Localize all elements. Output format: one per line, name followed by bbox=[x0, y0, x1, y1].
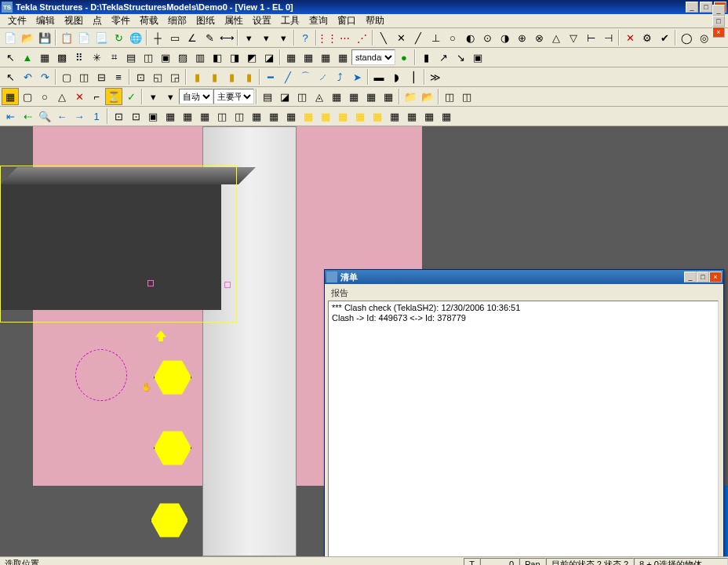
w3-icon[interactable]: ⎮ bbox=[405, 68, 422, 86]
sphere-icon[interactable]: ● bbox=[395, 49, 413, 66]
snap14-icon[interactable]: ⊣ bbox=[599, 29, 617, 46]
sel-q-icon[interactable]: ◧ bbox=[209, 49, 226, 66]
dialog-titlebar[interactable]: 清单 _ □ × bbox=[325, 270, 723, 284]
m4-icon[interactable]: ▣ bbox=[469, 49, 486, 66]
c11b-icon[interactable]: ▦ bbox=[282, 108, 300, 125]
grid4-icon[interactable]: ⋰ bbox=[353, 29, 370, 46]
menu-parts[interactable]: 零件 bbox=[107, 14, 135, 27]
m2-icon[interactable]: ↗ bbox=[435, 49, 452, 66]
sel-tri-icon[interactable]: ▲ bbox=[19, 49, 36, 66]
bar4-icon[interactable]: ⟋ bbox=[314, 68, 331, 86]
snap9-icon[interactable]: ⊕ bbox=[513, 29, 530, 46]
bar1-icon[interactable]: ━ bbox=[262, 68, 279, 86]
p1-icon[interactable]: ▤ bbox=[259, 88, 276, 105]
mdi-maximize-button[interactable]: □ bbox=[712, 16, 725, 27]
standard-select[interactable]: standard bbox=[351, 49, 395, 65]
nav1-icon[interactable]: ⇤ bbox=[2, 108, 19, 125]
snap2-icon[interactable]: ✕ bbox=[392, 29, 410, 46]
sel-n-icon[interactable]: ▣ bbox=[157, 49, 174, 66]
nav5-icon[interactable]: → bbox=[71, 108, 88, 125]
more1-icon[interactable]: ▾ bbox=[240, 29, 257, 46]
v1-icon[interactable]: ⊡ bbox=[132, 68, 149, 86]
nav6-icon[interactable]: 1 bbox=[88, 108, 105, 125]
angle-tool-icon[interactable]: ∠ bbox=[184, 29, 201, 46]
auto-select[interactable]: 自动 bbox=[179, 89, 213, 104]
redo-icon[interactable]: ↷ bbox=[36, 68, 53, 86]
sel-cross-icon[interactable]: ✳ bbox=[88, 49, 105, 66]
layer4-icon[interactable]: ▦ bbox=[334, 49, 351, 66]
box1-icon[interactable]: ▮ bbox=[188, 68, 206, 86]
win3-icon[interactable]: ⊟ bbox=[93, 68, 110, 86]
m3-icon[interactable]: ↘ bbox=[452, 49, 469, 66]
copy-icon[interactable]: 📋 bbox=[58, 29, 75, 46]
dialog-maximize-button[interactable]: □ bbox=[697, 272, 709, 282]
3d-viewport[interactable]: ✋ 清单 _ □ × 报告 *** Clash check (TeklaSH2)… bbox=[0, 126, 728, 556]
p4-icon[interactable]: ◬ bbox=[311, 88, 328, 105]
win4-icon[interactable]: ≡ bbox=[110, 68, 127, 86]
model-bolt[interactable] bbox=[154, 429, 191, 467]
c4b-icon[interactable]: ▦ bbox=[162, 108, 179, 125]
menu-setup[interactable]: 设置 bbox=[248, 14, 276, 27]
p6-icon[interactable]: ▦ bbox=[345, 88, 362, 105]
snap1-icon[interactable]: ╲ bbox=[375, 29, 392, 46]
snap5-icon[interactable]: ○ bbox=[444, 29, 461, 46]
sel-t-icon[interactable]: ◪ bbox=[260, 49, 278, 66]
c19b-icon[interactable]: ▦ bbox=[420, 108, 438, 125]
sel-p-icon[interactable]: ▥ bbox=[191, 49, 209, 66]
grid3-icon[interactable]: ⋯ bbox=[336, 29, 353, 46]
menu-window[interactable]: 窗口 bbox=[333, 14, 361, 27]
c14b-icon[interactable]: ▦ bbox=[334, 108, 351, 125]
p2-icon[interactable]: ◪ bbox=[276, 88, 293, 105]
more3-icon[interactable]: ▾ bbox=[275, 29, 292, 46]
help-icon[interactable]: ? bbox=[297, 29, 314, 46]
minimize-button[interactable]: _ bbox=[686, 2, 698, 13]
menu-tool[interactable]: 工具 bbox=[276, 14, 304, 27]
win1-icon[interactable]: ▢ bbox=[58, 68, 75, 86]
c16b-icon[interactable]: ▦ bbox=[369, 108, 386, 125]
mdi-close-button[interactable]: × bbox=[712, 27, 725, 38]
sel-grid-icon[interactable]: ▩ bbox=[53, 49, 71, 66]
sel-s-icon[interactable]: ◩ bbox=[243, 49, 260, 66]
menu-edit[interactable]: 编辑 bbox=[31, 14, 60, 27]
layer1-icon[interactable]: ▦ bbox=[282, 49, 300, 66]
v2-icon[interactable]: ◱ bbox=[149, 68, 166, 86]
sel-hash-icon[interactable]: ⌗ bbox=[105, 49, 122, 66]
e2-icon[interactable]: ▢ bbox=[19, 88, 36, 105]
c2b-icon[interactable]: ⊡ bbox=[127, 108, 144, 125]
new-icon[interactable]: 📄 bbox=[2, 29, 19, 46]
bar5-icon[interactable]: ⤴ bbox=[331, 68, 348, 86]
more2-icon[interactable]: ▾ bbox=[257, 29, 275, 46]
undo-icon[interactable]: ↶ bbox=[19, 68, 36, 86]
c12b-icon[interactable]: ▦ bbox=[300, 108, 317, 125]
p7-icon[interactable]: ▦ bbox=[362, 88, 380, 105]
e10-icon[interactable]: ▾ bbox=[162, 88, 179, 105]
snap12-icon[interactable]: ▽ bbox=[565, 29, 582, 46]
c6b-icon[interactable]: ▦ bbox=[196, 108, 213, 125]
snap6-icon[interactable]: ◐ bbox=[461, 29, 479, 46]
menu-file[interactable]: 文件 bbox=[3, 14, 31, 27]
snap4-icon[interactable]: ⊥ bbox=[427, 29, 444, 46]
w1-icon[interactable]: ▬ bbox=[370, 68, 388, 86]
c2-icon[interactable]: ◎ bbox=[695, 29, 712, 46]
nav4-icon[interactable]: ← bbox=[53, 108, 71, 125]
apply-icon[interactable]: ✔ bbox=[656, 29, 673, 46]
c18b-icon[interactable]: ▦ bbox=[403, 108, 420, 125]
layer2-icon[interactable]: ▦ bbox=[300, 49, 317, 66]
bar6-icon[interactable]: ➤ bbox=[348, 68, 366, 86]
e4-icon[interactable]: △ bbox=[53, 88, 71, 105]
snap3-icon[interactable]: ╱ bbox=[410, 29, 427, 46]
maximize-button[interactable]: □ bbox=[700, 2, 712, 13]
menu-help[interactable]: 帮助 bbox=[361, 14, 389, 27]
folder2-icon[interactable]: 📂 bbox=[419, 88, 436, 105]
c8b-icon[interactable]: ◫ bbox=[231, 108, 248, 125]
x-icon[interactable]: ✕ bbox=[621, 29, 639, 46]
grid-dots-icon[interactable]: ⋮⋮ bbox=[318, 29, 336, 46]
e6-icon[interactable]: ⌐ bbox=[88, 88, 105, 105]
list-icon[interactable]: 📃 bbox=[93, 29, 110, 46]
model-bolt[interactable] bbox=[154, 359, 191, 396]
sel-sq-icon[interactable]: ▦ bbox=[36, 49, 53, 66]
q1-icon[interactable]: ◫ bbox=[441, 88, 458, 105]
c13b-icon[interactable]: ▦ bbox=[317, 108, 334, 125]
dialog-close-button[interactable]: × bbox=[709, 272, 722, 282]
e1-icon[interactable]: ▦ bbox=[2, 88, 19, 105]
